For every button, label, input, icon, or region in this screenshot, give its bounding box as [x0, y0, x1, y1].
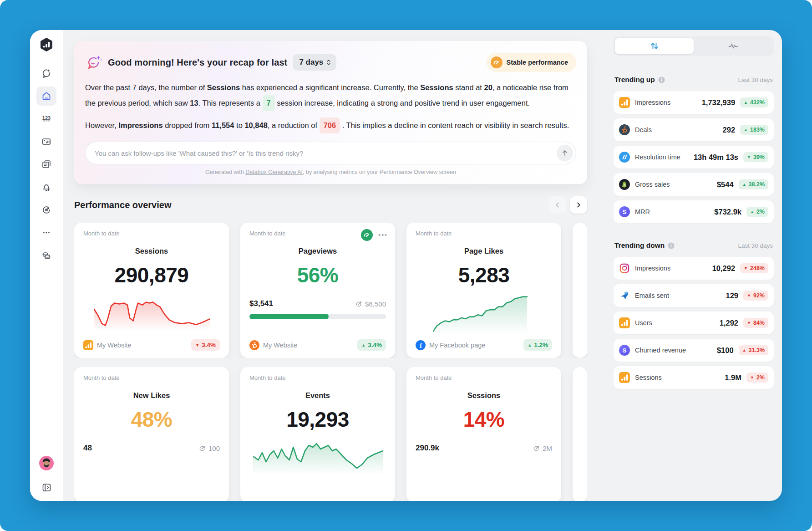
- delta-badge: ▼39%: [743, 152, 768, 162]
- sidebar-item-goals[interactable]: [36, 200, 56, 220]
- delta-value: 38.2%: [749, 181, 765, 188]
- generative-ai-link[interactable]: Databox Generative AI: [245, 169, 303, 175]
- arrow-up-icon: [561, 149, 568, 157]
- arrow-down-icon: ▼: [747, 321, 751, 325]
- card-menu-button[interactable]: •••: [378, 231, 388, 239]
- sidebar-item-data-sources[interactable]: [36, 246, 56, 265]
- metric-card-sessions[interactable]: Month to dateSessions290,879 My Website▼…: [74, 223, 229, 358]
- recap-bold-text: 13: [190, 99, 198, 107]
- delta-value: 2%: [756, 374, 765, 381]
- sidebar-item-alerts[interactable]: [36, 178, 56, 197]
- svg-text:s: s: [624, 183, 625, 187]
- delta-value: 39%: [753, 154, 765, 160]
- card-metric-value: 5,283: [416, 263, 552, 287]
- recap-paragraphs: Over the past 7 days, the number of Sess…: [85, 80, 576, 133]
- trending-row-impressions[interactable]: Impressions10,292▼248%: [614, 257, 774, 280]
- tab-trending[interactable]: [615, 38, 694, 54]
- emails-icon: [619, 290, 630, 301]
- trending-row-churned-revenue[interactable]: SChurned revenue$100▲31.3%: [614, 339, 774, 362]
- card-metric-title: Events: [249, 391, 386, 400]
- recap-bold-text: 20: [484, 83, 492, 92]
- goal-target-icon: [199, 444, 206, 452]
- metric-card-pageviews[interactable]: Month to date•••Pageviews56%$3,541$6,500…: [240, 223, 395, 358]
- arrows-up-down-icon: [650, 41, 660, 51]
- trending-row-emails-sent[interactable]: Emails sent129▼92%: [614, 284, 774, 307]
- recap-text: dropped from: [163, 121, 212, 129]
- metric-card-partial[interactable]: [573, 223, 587, 358]
- delta-badge: ▲1.2%: [523, 339, 552, 351]
- chevron-right-icon: [575, 202, 582, 208]
- recap-text: , a reduction of: [268, 121, 320, 129]
- databox-logo-icon[interactable]: [39, 37, 54, 52]
- trending-down-list: Impressions10,292▼248%Emails sent129▼92%…: [614, 257, 774, 389]
- metric-card-page-likes[interactable]: Month to datePage Likes5,283 fMy Faceboo…: [406, 223, 561, 358]
- sidebar-item-reports[interactable]: [36, 155, 56, 174]
- sidebar-item-home[interactable]: [36, 87, 56, 106]
- card-period-label: Month to date: [83, 374, 220, 381]
- arrow-up-icon: ▲: [742, 348, 746, 352]
- send-button[interactable]: [557, 145, 573, 161]
- google-analytics-icon: [619, 372, 630, 383]
- carousel-next-button[interactable]: [570, 196, 587, 214]
- sidebar-item-ai-chat[interactable]: [36, 64, 56, 83]
- metric-card-sessions[interactable]: Month to dateSessions14%290.9k2M: [406, 367, 561, 501]
- trending-row-mrr[interactable]: SMRR$732.9k▲2%: [614, 200, 774, 223]
- trending-metric-label: Users: [635, 319, 652, 327]
- delta-badge: ▼92%: [743, 291, 768, 301]
- trending-metric-value: 129: [726, 291, 739, 300]
- trending-row-deals[interactable]: Deals292▲183%: [614, 118, 774, 141]
- recap-bold-text: Sessions: [207, 83, 240, 92]
- trending-metric-value: 292: [723, 126, 736, 134]
- goal-target-icon: [355, 300, 363, 307]
- progress-bar-fill: [249, 314, 329, 319]
- hubspot-icon: [249, 340, 259, 350]
- trending-row-gross-sales[interactable]: sGross sales$544▲38.2%: [614, 173, 774, 196]
- current-value: 48: [83, 444, 92, 453]
- trending-row-users[interactable]: Users1,292▼84%: [614, 311, 774, 334]
- tab-activity[interactable]: [694, 38, 772, 54]
- trending-metric-label: Resolution time: [635, 153, 680, 161]
- info-icon[interactable]: [658, 77, 665, 83]
- trending-row-impressions[interactable]: Impressions1,732,939▲432%: [614, 91, 774, 114]
- data-source-name: My Website: [263, 342, 297, 349]
- goal-progress-row: 290.9k2M: [416, 444, 552, 453]
- svg-text:S: S: [622, 347, 626, 354]
- metric-card-new-likes[interactable]: Month to dateNew Likes48%48100: [74, 367, 229, 501]
- card-period-label: Month to date: [416, 374, 552, 381]
- metric-card-events[interactable]: Month to dateEvents19,293: [240, 367, 395, 501]
- sidebar-item-databoards[interactable]: [36, 132, 56, 151]
- delta-badge: ▼248%: [740, 263, 768, 273]
- goal-target: 100: [199, 444, 220, 452]
- recap-header: Good morning! Here's your recap for last…: [85, 53, 576, 72]
- delta-value: 432%: [750, 99, 765, 106]
- recap-caption: Generated with Databox Generative AI, by…: [85, 169, 576, 175]
- trending-row-resolution-time[interactable]: Resolution time13h 49m 13s▼39%: [614, 146, 774, 168]
- delta-badge: ▲183%: [740, 125, 768, 135]
- period-dropdown[interactable]: 7 days: [293, 54, 336, 71]
- card-period-label: Month to date: [249, 374, 386, 381]
- metric-card-partial[interactable]: [573, 367, 587, 501]
- trending-row-sessions[interactable]: Sessions1.9M▼2%: [614, 366, 774, 389]
- collapse-sidebar-button[interactable]: [41, 482, 52, 493]
- goals-target-icon: [41, 204, 52, 215]
- user-avatar[interactable]: [39, 456, 54, 470]
- info-icon[interactable]: [668, 242, 675, 249]
- trending-metric-value: 1.9M: [725, 373, 741, 382]
- sidebar-item-more[interactable]: [36, 223, 56, 242]
- delta-value: 2%: [756, 209, 765, 215]
- delta-badge: ▲432%: [740, 97, 768, 107]
- recap-bold-text: 11,554: [212, 121, 234, 129]
- sidebar-item-metrics[interactable]: 123: [36, 109, 56, 128]
- carousel-prev-button[interactable]: [549, 196, 566, 214]
- followup-input[interactable]: [85, 142, 576, 164]
- card-metric-value: 14%: [416, 407, 552, 432]
- recap-paragraph: Over the past 7 days, the number of Sess…: [85, 80, 576, 111]
- period-dropdown-value: 7 days: [299, 58, 323, 67]
- metric-cards-row-2: Month to dateNew Likes48%48100Month to d…: [74, 367, 587, 501]
- trending-metric-label: Emails sent: [635, 292, 669, 299]
- gauge-orange-icon: [491, 56, 502, 68]
- arrow-up-icon: ▲: [744, 100, 748, 105]
- delta-badge: ▲3.4%: [357, 339, 386, 351]
- gauge-on-track-icon: [361, 229, 373, 241]
- chevron-left-icon: [554, 202, 561, 208]
